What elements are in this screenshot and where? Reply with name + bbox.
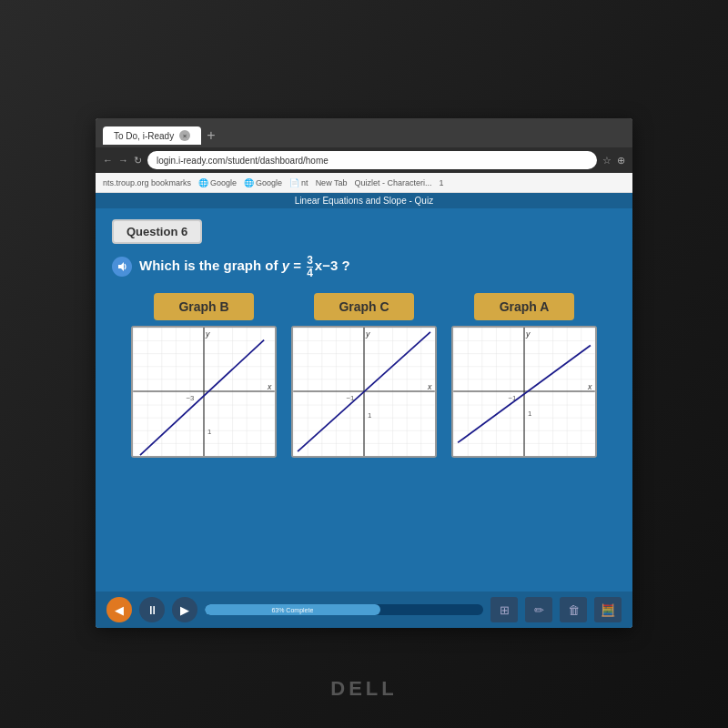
graph-a-option: Graph A y (451, 293, 597, 458)
pencil-button[interactable]: ✏ (525, 597, 552, 622)
forward-button[interactable]: ▶ (172, 597, 197, 622)
graph-a-canvas[interactable]: y x −1 1 (451, 326, 597, 458)
address-bar: ← → ↻ ☆ ⊕ (96, 147, 632, 173)
bookmark-count[interactable]: 1 (440, 178, 444, 187)
back-nav-icon[interactable]: ← (103, 155, 113, 166)
tab-label: To Do, i-Ready (114, 131, 174, 141)
fraction-display: 34 (307, 255, 313, 278)
extensions-icon[interactable]: ⊕ (617, 155, 625, 167)
reload-icon[interactable]: ↻ (134, 155, 142, 167)
question-badge: Question 6 (112, 219, 202, 244)
tab-close-button[interactable]: × (179, 130, 190, 141)
bookmarks-bar: nts.troup.org bookmarks 🌐 Google 🌐 Googl… (96, 173, 632, 193)
browser-chrome: To Do, i-Ready × + ← → ↻ ☆ ⊕ nts.troup.o… (96, 118, 632, 193)
graph-b-option: Graph B (131, 293, 277, 458)
svg-text:x: x (267, 382, 272, 391)
graph-c-canvas[interactable]: y x −1 1 (291, 326, 437, 458)
bookmark-quizlet[interactable]: Quizlet - Characteri... (354, 178, 431, 187)
browser-window: To Do, i-Ready × + ← → ↻ ☆ ⊕ nts.troup.o… (96, 118, 632, 628)
bookmark-google-2[interactable]: 🌐 Google (244, 178, 282, 187)
svg-text:x: x (587, 382, 592, 391)
speaker-button[interactable] (112, 257, 132, 277)
new-tab-button[interactable]: + (207, 127, 215, 144)
dell-logo: DELL (330, 677, 397, 701)
url-input[interactable] (147, 151, 597, 169)
back-button[interactable]: ◀ (106, 597, 132, 622)
equation-suffix: x−3 ? (315, 258, 350, 273)
question-number: Question 6 (126, 225, 187, 238)
quiz-title: Linear Equations and Slope - Quiz (295, 196, 433, 206)
svg-text:−3: −3 (187, 394, 195, 402)
bookmark-nt[interactable]: 📄 nt (289, 178, 308, 187)
svg-text:y: y (365, 329, 370, 339)
graph-c-option: Graph C y (291, 293, 437, 458)
svg-text:1: 1 (528, 410, 531, 418)
calculator-button[interactable]: 🧮 (594, 597, 622, 622)
trash-button[interactable]: 🗑 (560, 597, 587, 622)
graph-c-button[interactable]: Graph C (314, 293, 414, 320)
svg-text:y: y (205, 329, 210, 339)
bookmark-star-icon[interactable]: ☆ (602, 155, 612, 167)
progress-bar-container: 63% Complete (205, 604, 483, 615)
progress-bar-fill: 63% Complete (205, 604, 380, 615)
quiz-header-bar: Linear Equations and Slope - Quiz (96, 193, 632, 208)
graphs-row: Graph B (112, 293, 616, 458)
grid-button[interactable]: ⊞ (490, 597, 518, 622)
bookmark-troup[interactable]: nts.troup.org bookmarks (103, 178, 191, 187)
bookmark-newtab[interactable]: New Tab (316, 178, 348, 187)
progress-label: 63% Complete (271, 607, 313, 613)
quiz-container: Linear Equations and Slope - Quiz Questi… (96, 193, 632, 628)
svg-text:1: 1 (368, 411, 371, 420)
svg-marker-0 (118, 262, 124, 271)
quiz-inner: Question 6 Which is the graph of y = 34x… (96, 208, 632, 622)
tab-bar: To Do, i-Ready × + (96, 118, 632, 147)
pause-button[interactable]: ⏸ (139, 597, 165, 622)
svg-text:1: 1 (207, 428, 211, 436)
graph-a-button[interactable]: Graph A (474, 293, 574, 320)
graph-b-button[interactable]: Graph B (154, 293, 254, 320)
svg-text:x: x (427, 382, 432, 391)
question-text: Which is the graph of y = 34x−3 ? (139, 255, 350, 278)
control-bar: ◀ ⏸ ▶ 63% Complete ⊞ ✏ 🗑 🧮 (96, 592, 632, 628)
bookmark-google-1[interactable]: 🌐 Google (198, 178, 237, 187)
forward-nav-icon[interactable]: → (118, 155, 128, 166)
active-tab[interactable]: To Do, i-Ready × (103, 126, 201, 145)
svg-text:y: y (525, 329, 531, 339)
question-text-row: Which is the graph of y = 34x−3 ? (112, 255, 616, 278)
graph-b-canvas[interactable]: y x −3 1 (131, 326, 277, 458)
